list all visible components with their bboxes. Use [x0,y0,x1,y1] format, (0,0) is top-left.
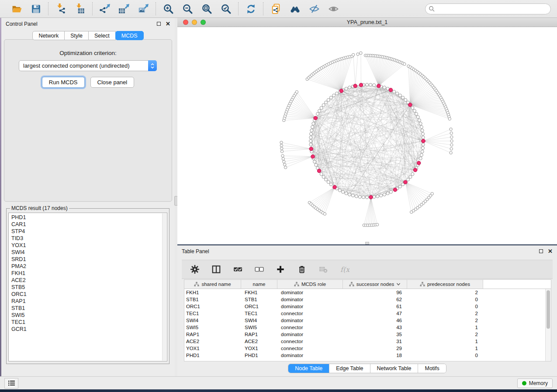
mcds-result-item[interactable]: SRD1 [11,256,164,263]
tab-motifs[interactable]: Motifs [418,364,446,373]
mcds-result-item[interactable]: TID3 [11,235,164,242]
document-share-button[interactable] [269,2,282,15]
show-columns-button[interactable] [211,264,221,275]
list-icon [8,380,15,386]
refresh-button[interactable] [244,2,257,15]
mcds-result-item[interactable]: ACE2 [11,277,164,284]
criterion-dropdown[interactable]: largest connected component (undirected) [19,60,157,71]
mcds-result-item[interactable]: TEC1 [11,319,164,326]
tab-style[interactable]: Style [64,31,89,40]
table-cell: TEC1 [184,311,241,316]
table-cell: SWI5 [241,325,277,330]
select-all-checkboxes-button[interactable] [232,264,243,275]
control-panel-tabs: NetworkStyleSelectMCDS [1,31,175,40]
export-table-button[interactable] [118,2,131,15]
mcds-result-item[interactable]: RAP1 [11,298,164,305]
network-view[interactable] [177,27,557,244]
column-header-predecessor-nodes[interactable]: predecessor nodes [407,280,483,289]
zoom-fit-button[interactable] [200,2,213,15]
network-graph[interactable] [177,27,557,244]
table-cell: STB1 [184,297,241,302]
column-header-MCDS-role[interactable]: MCDS role [277,280,343,289]
tree-column-icon [194,282,199,287]
tab-select[interactable]: Select [88,31,116,40]
zoom-in-button[interactable] [162,2,175,15]
table-panel-header: Table Panel ✕ [177,245,557,257]
table-row[interactable]: YOX1YOX1connector291 [184,345,551,352]
export-network-button[interactable] [98,2,111,15]
mcds-list-scrollbar[interactable] [162,213,166,361]
binoculars-button[interactable] [288,2,301,15]
tab-node-table[interactable]: Node Table [288,364,329,373]
tab-edge-table[interactable]: Edge Table [329,364,370,373]
mcds-result-item[interactable]: SWI5 [11,312,164,319]
zoom-out-button[interactable] [181,2,194,15]
column-header-name[interactable]: name [241,280,277,289]
close-panel-icon[interactable]: ✕ [166,22,170,26]
eye-button[interactable] [327,2,340,15]
table-cell: TEC1 [241,311,277,316]
table-cell: YOX1 [184,346,241,351]
control-panel-header: Control Panel ✕ [1,18,175,30]
table-cell: connector [277,325,343,330]
run-mcds-button[interactable]: Run MCDS [42,77,85,88]
add-row-button[interactable] [275,264,286,275]
mcds-result-item[interactable]: PHD1 [11,214,164,221]
mcds-result-item[interactable]: GCR1 [11,326,164,333]
table-row[interactable]: SWI5SWI5connector431 [184,324,551,331]
table-row[interactable]: FKH1FKH1dominator962 [184,289,551,296]
tab-network[interactable]: Network [32,31,65,40]
mcds-result-item[interactable]: ORC1 [11,291,164,298]
tab-mcds[interactable]: MCDS [115,31,144,40]
table-cell: 2 [407,311,483,316]
save-button[interactable] [29,2,42,15]
import-table-button[interactable] [73,2,86,15]
mcds-result-item[interactable]: SWI4 [11,249,164,256]
close-table-panel-icon[interactable]: ✕ [548,249,553,254]
table-row[interactable]: TEC1TEC1connector472 [184,310,551,317]
table-cell: dominator [277,304,343,309]
export-image-button[interactable] [137,2,150,15]
column-header-shared-name[interactable]: shared name [184,280,241,289]
eye-slash-button[interactable] [308,2,321,15]
table-cell: STB1 [241,297,277,302]
table-scrollbar[interactable] [545,289,551,361]
table-row[interactable]: PHD1PHD1dominator180 [184,352,551,359]
table-cell: PHD1 [241,353,277,358]
table-cell: 2 [407,318,483,323]
mcds-result-item[interactable]: STB5 [11,284,164,291]
settings-gear-button[interactable] [190,264,200,275]
close-panel-button[interactable]: Close panel [90,77,135,88]
tab-network-table[interactable]: Network Table [370,364,418,373]
table-cell: connector [277,339,343,344]
zoom-check-button[interactable] [219,2,232,15]
search-input[interactable] [425,3,551,14]
mcds-result-item[interactable]: PMA2 [11,263,164,270]
mcds-result-item[interactable]: YOX1 [11,242,164,249]
mcds-result-item[interactable]: STB1 [11,305,164,312]
table-row[interactable]: RAP1RAP1dominator352 [184,331,551,338]
horizontal-splitter-handle[interactable] [365,242,369,244]
sort-descending-icon [396,282,401,286]
column-header-successor-nodes[interactable]: successor nodes [343,280,407,289]
deselect-all-checkboxes-button[interactable] [254,264,264,275]
table-row[interactable]: ORC1ORC1dominator610 [184,303,551,310]
float-table-panel-icon[interactable] [539,249,543,253]
table-row[interactable]: STB1STB1dominator620 [184,296,551,303]
table-scrollbar-thumb[interactable] [547,290,550,329]
float-panel-icon[interactable] [157,22,161,26]
table-cell: dominator [277,318,343,323]
table-cell: 0 [407,297,483,302]
mcds-result-item[interactable]: FKH1 [11,270,164,277]
mcds-result-list[interactable]: PHD1CAR1STP4TID3YOX1SWI4SRD1PMA2FKH1ACE2… [8,213,167,361]
import-network-button[interactable] [54,2,67,15]
table-row[interactable]: SWI4SWI4dominator462 [184,317,551,324]
task-history-button[interactable] [4,378,18,389]
mcds-result-item[interactable]: STP4 [11,228,164,235]
table-row[interactable]: ACE2ACE2connector311 [184,338,551,345]
open-button[interactable] [10,2,23,15]
delete-row-button[interactable] [297,264,307,275]
mcds-result-item[interactable]: CAR1 [11,221,164,228]
tree-column-icon [420,282,425,287]
memory-button[interactable]: Memory [517,378,553,388]
